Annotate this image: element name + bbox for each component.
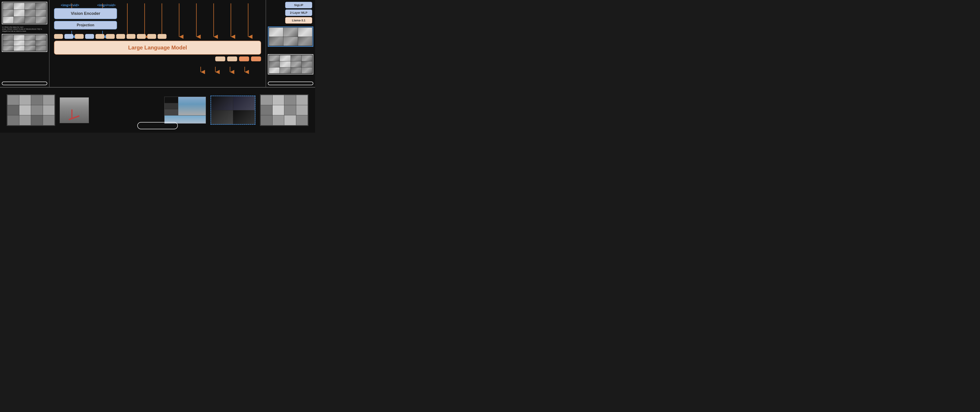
token-chip-2 xyxy=(64,34,73,39)
token-label-1: <img>/<vid> xyxy=(61,3,79,7)
token-chip-3 xyxy=(75,34,84,39)
film-cell xyxy=(283,37,298,46)
bottom-image-3 xyxy=(164,97,206,124)
film-cell xyxy=(269,67,280,73)
film-cell xyxy=(25,35,35,40)
bottom-image-4 xyxy=(210,95,256,125)
left-panel: Q: What is the status for <car>[CAM_FRON… xyxy=(0,0,49,87)
grid-cell xyxy=(43,105,55,115)
grid-cell xyxy=(272,105,284,115)
output-chip-4 xyxy=(251,56,261,61)
token-chip-8 xyxy=(127,34,135,39)
film-cell xyxy=(3,40,13,46)
grid-cell xyxy=(261,115,272,125)
token-chip-5 xyxy=(95,34,105,39)
night-cell xyxy=(233,110,255,124)
right-oval-button[interactable] xyxy=(268,82,313,85)
grid-cell xyxy=(272,115,284,125)
film-strip-2 xyxy=(2,34,47,52)
film-cell xyxy=(14,35,24,40)
grid-cell xyxy=(296,95,308,105)
llama-badge: Llama-3.1 xyxy=(285,17,312,24)
mlp-badge: 2-Layer MLP xyxy=(285,10,312,16)
film-cell xyxy=(291,61,301,67)
bottom-image-1 xyxy=(7,94,55,126)
film-cell xyxy=(25,40,35,46)
diagram-wrapper: <img>/<vid> <img>/<vid> Vision Encoder P… xyxy=(54,3,261,84)
film-cell xyxy=(302,61,312,67)
film-cell xyxy=(35,3,46,10)
output-chip-2 xyxy=(227,56,237,61)
bottom-section xyxy=(0,88,315,133)
projection-box: Projection xyxy=(54,21,117,29)
film-strip-1 xyxy=(2,2,47,24)
grid-cell xyxy=(43,95,55,105)
night-cell xyxy=(233,96,255,110)
film-cell xyxy=(269,55,280,61)
model-badges: SigLIP 2-Layer MLP Llama-3.1 xyxy=(268,2,313,24)
film-cell xyxy=(14,3,24,10)
film-cell xyxy=(298,28,312,36)
right-film-bottom xyxy=(268,54,313,74)
film-cell xyxy=(25,17,35,23)
token-chip-10 xyxy=(147,34,156,39)
film-cell xyxy=(14,10,24,16)
film-cell xyxy=(291,55,301,61)
top-section: Q: What is the status for <car>[CAM_FRON… xyxy=(0,0,315,88)
bottom-image-2 xyxy=(60,97,89,123)
grid-cell xyxy=(261,105,272,115)
film-cell xyxy=(25,10,35,16)
film-cell xyxy=(280,55,290,61)
grid-cell xyxy=(19,115,31,125)
film-cell xyxy=(35,10,46,16)
film-cell xyxy=(3,3,13,10)
grid-cell xyxy=(284,115,296,125)
right-film-top xyxy=(268,27,313,47)
night-cell xyxy=(211,110,233,124)
grid-cell xyxy=(8,115,19,125)
grid-cell xyxy=(284,105,296,115)
film-cell xyxy=(283,28,298,36)
film-cell xyxy=(14,17,24,23)
film-cell xyxy=(3,17,13,23)
film-cell xyxy=(25,46,35,51)
output-chip-3 xyxy=(239,56,249,61)
film-cell xyxy=(25,3,35,10)
film-cell xyxy=(3,35,13,40)
film-cell xyxy=(3,10,13,16)
token-chip-4 xyxy=(85,34,94,39)
llm-box: Large Language Model xyxy=(54,41,261,55)
token-chip-9 xyxy=(137,34,146,39)
right-panel: SigLIP 2-Layer MLP Llama-3.1 xyxy=(266,0,315,87)
film-cell xyxy=(280,61,290,67)
left-oval-button[interactable] xyxy=(2,82,47,85)
film-cell xyxy=(302,67,312,73)
film-cell xyxy=(35,35,46,40)
film-cell xyxy=(298,37,312,46)
grid-cell xyxy=(261,95,272,105)
film-cell xyxy=(269,28,283,36)
grid-cell xyxy=(8,95,19,105)
token-chip-6 xyxy=(106,34,115,39)
siglip-badge: SigLIP xyxy=(285,2,312,8)
grid-cell xyxy=(272,95,284,105)
grid-cell xyxy=(296,105,308,115)
film-cell xyxy=(35,40,46,46)
qa-text: Q: What is the status for <car>[CAM_FRON… xyxy=(2,25,47,33)
bottom-oval-button[interactable] xyxy=(137,122,178,129)
grid-cell xyxy=(43,115,55,125)
film-cell xyxy=(280,67,290,73)
night-cell xyxy=(211,96,233,110)
film-cell xyxy=(269,37,283,46)
film-cell xyxy=(14,40,24,46)
film-cell xyxy=(35,46,46,51)
vision-encoder-box: Vision Encoder xyxy=(54,8,117,19)
grid-cell xyxy=(19,95,31,105)
bottom-image-5 xyxy=(260,94,309,126)
token-chip-11 xyxy=(158,34,167,39)
grid-cell xyxy=(8,105,19,115)
film-cell xyxy=(3,46,13,51)
grid-cell xyxy=(19,105,31,115)
grid-cell xyxy=(31,115,43,125)
film-cell xyxy=(291,67,301,73)
